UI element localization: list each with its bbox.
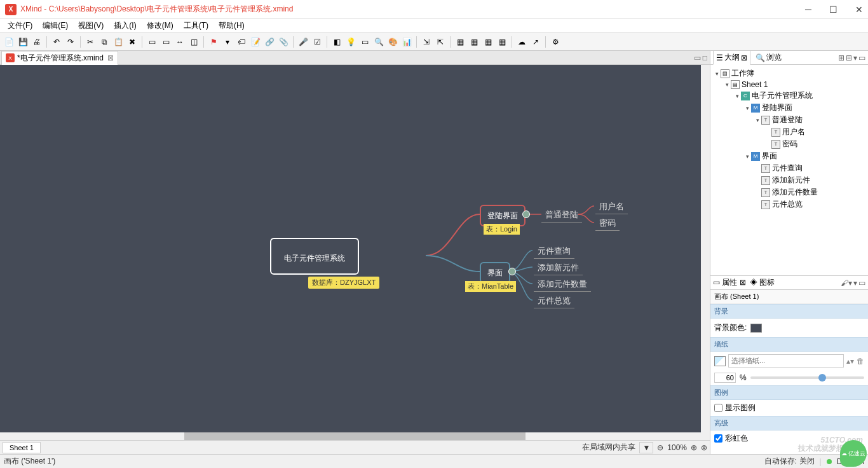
- brush-icon[interactable]: 🖌▾: [841, 279, 852, 287]
- record-icon[interactable]: 🎤: [297, 36, 309, 48]
- pane-min-icon[interactable]: ▭: [858, 53, 865, 62]
- grid4-icon[interactable]: ▦: [496, 36, 508, 48]
- menu-tools[interactable]: 工具(T): [179, 19, 214, 32]
- import-icon[interactable]: ⇱: [434, 36, 447, 48]
- export-icon[interactable]: ⇲: [420, 36, 433, 48]
- share-icon[interactable]: ↗: [529, 36, 542, 48]
- label-icon[interactable]: 🏷: [235, 36, 248, 48]
- section-advanced[interactable]: 高级: [710, 416, 868, 430]
- node-ui-note[interactable]: 表：MianTable: [465, 281, 516, 292]
- filter-icon[interactable]: ▼: [639, 442, 653, 453]
- delete-icon[interactable]: ✖: [126, 36, 139, 48]
- note-icon[interactable]: 📝: [249, 36, 262, 48]
- tab-outline[interactable]: ☰ 大纲 ⊠: [713, 50, 750, 65]
- opacity-slider[interactable]: [750, 376, 864, 379]
- section-legend[interactable]: 图例: [710, 385, 868, 400]
- grid1-icon[interactable]: ▦: [454, 36, 466, 48]
- style-icon[interactable]: 🎨: [386, 36, 399, 48]
- stepper-icon[interactable]: ▴▾: [846, 357, 854, 366]
- pane-min2-icon[interactable]: ▭: [858, 279, 865, 287]
- link-icon[interactable]: 🔗: [263, 36, 276, 48]
- delete-wallpaper-icon[interactable]: 🗑: [857, 357, 864, 366]
- opacity-input[interactable]: [714, 373, 736, 383]
- autosave-status[interactable]: 自动保存: 关闭: [764, 456, 815, 467]
- node-overview[interactable]: 元件总览: [534, 294, 574, 308]
- vertical-scrollbar[interactable]: [701, 65, 710, 432]
- tab-properties[interactable]: ▭ 属性 ⊠: [713, 277, 746, 288]
- show-legend-checkbox[interactable]: 显示图例: [710, 400, 868, 416]
- node-add-qty[interactable]: 添加元件数量: [534, 277, 591, 292]
- zoom-out-icon[interactable]: ⊖: [657, 443, 663, 452]
- drill-icon[interactable]: 🔍: [372, 36, 385, 48]
- node-password[interactable]: 密码: [595, 216, 620, 231]
- maximize-button[interactable]: ☐: [829, 4, 837, 15]
- node-query[interactable]: 元件查询: [534, 244, 574, 259]
- node-login-note[interactable]: 表：Login: [484, 224, 520, 235]
- section-wallpaper[interactable]: 墙纸: [710, 337, 868, 352]
- node-add-new[interactable]: 添加新元件: [534, 261, 583, 275]
- node-normal-login[interactable]: 普通登陆: [541, 208, 582, 223]
- root-node[interactable]: 电子元件管理系统: [270, 238, 359, 275]
- mindmap-canvas[interactable]: 电子元件管理系统 数据库：DZYJGLXT 登陆界面 表：Login 普通登陆 …: [0, 65, 710, 432]
- collapse-toggle-icon[interactable]: [522, 210, 530, 218]
- editor-tab[interactable]: X *电子元件管理系统.xmind ⊠: [1, 51, 118, 65]
- redo-icon[interactable]: ↷: [64, 36, 77, 48]
- relation-icon[interactable]: ↔: [173, 36, 186, 48]
- menu-file[interactable]: 文件(F): [3, 19, 37, 32]
- side-panel: ☰ 大纲 ⊠ 🔍 浏览 ⊞ ⊟ ▾ ▭ ▾▤工作簿 ▾▤Sheet 1 ▾C电子…: [710, 51, 868, 454]
- grid3-icon[interactable]: ▦: [482, 36, 494, 48]
- new-icon[interactable]: 📄: [3, 36, 15, 48]
- root-note[interactable]: 数据库：DZYJGLXT: [308, 277, 379, 289]
- zoom-fit-icon[interactable]: ⊚: [701, 443, 707, 452]
- topic-icon[interactable]: ▭: [146, 36, 158, 48]
- boundary-icon[interactable]: ◫: [187, 36, 200, 48]
- tab-icons[interactable]: ◈ 图标: [750, 277, 775, 288]
- section-background[interactable]: 背景: [710, 304, 868, 319]
- undo-icon[interactable]: ↶: [50, 36, 63, 48]
- pane-menu-icon[interactable]: ▾: [853, 279, 857, 287]
- menu-edit[interactable]: 编辑(E): [37, 19, 73, 32]
- close-button[interactable]: ✕: [855, 4, 863, 15]
- menu-help[interactable]: 帮助(H): [214, 19, 250, 32]
- cloud-upload-icon[interactable]: ☁: [515, 36, 528, 48]
- idea-icon[interactable]: 💡: [344, 36, 357, 48]
- save-icon[interactable]: 💾: [17, 36, 29, 48]
- marker-star-icon[interactable]: ▾: [221, 36, 234, 48]
- attach-icon[interactable]: 📎: [277, 36, 290, 48]
- node-username[interactable]: 用户名: [595, 200, 628, 214]
- task-icon[interactable]: ☑: [311, 36, 323, 48]
- grid2-icon[interactable]: ▦: [468, 36, 480, 48]
- minimize-button[interactable]: ─: [805, 4, 811, 15]
- menu-view[interactable]: 视图(V): [73, 19, 109, 32]
- wallpaper-select[interactable]: 选择墙纸...: [728, 354, 844, 368]
- gantt-icon[interactable]: 📊: [400, 36, 413, 48]
- menu-chevron-icon[interactable]: ▾: [853, 53, 857, 62]
- outline-tree[interactable]: ▾▤工作簿 ▾▤Sheet 1 ▾C电子元件管理系统 ▾M登陆界面 ▾T普通登陆…: [710, 65, 868, 276]
- collapse-toggle-icon[interactable]: [508, 268, 516, 275]
- zoom-value[interactable]: 100%: [667, 443, 687, 452]
- node-ui[interactable]: 界面: [480, 262, 510, 284]
- theme-icon[interactable]: ◧: [330, 36, 343, 48]
- paste-icon[interactable]: 📋: [112, 36, 125, 48]
- lan-share-label[interactable]: 在局域网内共享: [582, 442, 635, 453]
- sheet-tab[interactable]: Sheet 1: [3, 442, 41, 453]
- print-icon[interactable]: 🖨: [31, 36, 43, 48]
- collapse-all-icon[interactable]: ⊟: [846, 53, 852, 62]
- cut-icon[interactable]: ✂: [84, 36, 97, 48]
- menu-modify[interactable]: 修改(M): [142, 19, 179, 32]
- presentation-icon[interactable]: ▭: [358, 36, 371, 48]
- maximize-pane-icon[interactable]: □: [703, 53, 707, 62]
- zoom-in-icon[interactable]: ⊕: [691, 443, 697, 452]
- horizontal-scrollbar[interactable]: [0, 432, 710, 440]
- subtopic-icon[interactable]: ▭: [159, 36, 172, 48]
- bg-color-swatch[interactable]: [750, 324, 762, 333]
- node-login-ui[interactable]: 登陆界面: [480, 205, 526, 226]
- tab-browse[interactable]: 🔍 浏览: [753, 51, 784, 64]
- tab-close-icon[interactable]: ⊠: [107, 53, 114, 62]
- expand-all-icon[interactable]: ⊞: [838, 53, 844, 62]
- settings-gear-icon[interactable]: ⚙: [549, 36, 562, 48]
- minimize-pane-icon[interactable]: ▭: [694, 53, 701, 62]
- menu-insert[interactable]: 插入(I): [109, 19, 141, 32]
- marker-flag-icon[interactable]: ⚑: [207, 36, 220, 48]
- copy-icon[interactable]: ⧉: [98, 36, 111, 48]
